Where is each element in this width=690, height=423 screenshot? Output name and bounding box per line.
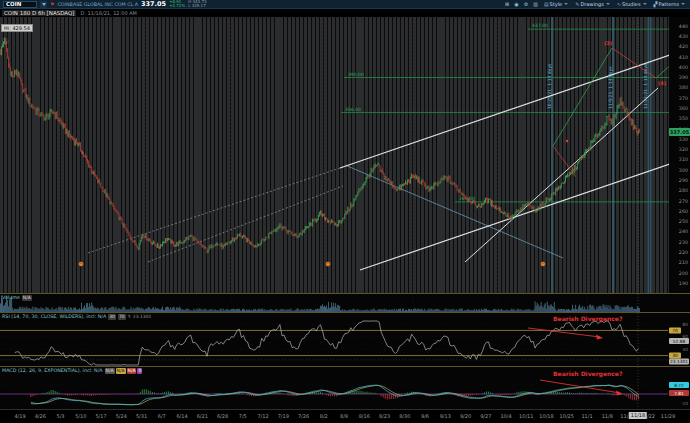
svg-text:300: 300 <box>679 168 688 173</box>
macd-axis: 10-108.727.81 <box>669 367 690 410</box>
volume-badge: N/A <box>22 295 32 301</box>
volume-svg <box>0 294 690 313</box>
svg-text:360: 360 <box>679 106 688 111</box>
symbol-dropdown-button[interactable] <box>40 1 47 8</box>
alert-flag-icon[interactable]: ⚑ <box>50 2 54 7</box>
caret-down-icon <box>681 3 685 5</box>
time-axis-label: 5/3 <box>56 413 64 419</box>
svg-text:440: 440 <box>679 24 688 29</box>
macd-badges: N/AN/AN/A0 <box>105 368 143 374</box>
time-axis-label: 6/14 <box>176 413 187 419</box>
svg-text:200: 200 <box>679 271 688 276</box>
time-axis-label: 9/20 <box>460 413 471 419</box>
chart-title[interactable]: COIN 180 D 6h [NASDAQ] <box>2 10 76 16</box>
rsi-title: RSI (14, 70, 30, CLOSE, WILDERS), incl: … <box>2 314 106 319</box>
symbol-input[interactable]: COIN <box>3 1 37 8</box>
svg-text:190: 190 <box>679 281 688 286</box>
rsi-panel[interactable]: RSI (14, 70, 30, CLOSE, WILDERS), incl: … <box>0 312 690 366</box>
time-axis-label: 8/16 <box>359 413 370 419</box>
time-axis-label: 5/24 <box>116 413 127 419</box>
drawings-button[interactable]: ✎ Drawings <box>573 1 612 7</box>
svg-text:230: 230 <box>679 240 688 245</box>
macd-header-badge: N/A <box>116 368 126 374</box>
style-icon: ▤ <box>544 1 549 7</box>
svg-text:7.81: 7.81 <box>674 391 684 396</box>
caret-down-icon <box>643 3 647 5</box>
volume-title: Volume <box>2 295 20 300</box>
time-axis-label: 9/13 <box>440 413 451 419</box>
month-gridlines <box>60 17 587 293</box>
svg-text:410: 410 <box>679 55 688 60</box>
event-markers <box>79 262 546 267</box>
support-resistance-levels: 437.00390.00356.00269.00 <box>341 23 669 202</box>
info-icon[interactable]: ⓘ <box>2 37 8 46</box>
macd-header-badge: N/A <box>105 368 115 374</box>
price-chart-area[interactable]: 10/25/21: 1-14 days11/9/21: 1-14 days11/… <box>0 17 690 293</box>
rsi-line <box>15 321 639 365</box>
time-axis-label: 8/23 <box>379 413 390 419</box>
time-axis-label: 11/1 <box>581 413 592 419</box>
layout-grid-icon[interactable]: ⊞ <box>504 1 510 7</box>
svg-text:240: 240 <box>679 229 688 234</box>
rsi-grid <box>0 324 668 360</box>
time-axis-label: 8/2 <box>320 413 328 419</box>
svg-text:11/9/21: 1-14 days: 11/9/21: 1-14 days <box>608 66 613 109</box>
trading-platform-window: COIN ⚑ COINBASE GLOBAL INC COM CL A 337.… <box>0 0 690 423</box>
svg-text:290: 290 <box>679 178 688 183</box>
time-annotation-lines: 10/25/21: 1-14 days11/9/21: 1-14 days11/… <box>547 17 652 293</box>
studies-button[interactable]: ∿ Studies <box>615 1 649 7</box>
macd-header-badge: N/A <box>127 368 137 374</box>
svg-text:390.00: 390.00 <box>348 72 364 77</box>
price-chart-svg[interactable]: 10/25/21: 1-14 days11/9/21: 1-14 days11/… <box>0 17 690 293</box>
macd-panel[interactable]: MACD (12, 26, 9, EXPONENTIAL), incl: N/A… <box>0 366 690 409</box>
svg-text:40: 40 <box>683 347 689 352</box>
svg-text:52.88: 52.88 <box>673 339 686 344</box>
svg-text:437.00: 437.00 <box>532 23 548 28</box>
note-label: Hi: 429.54 <box>1 24 33 32</box>
svg-text:280: 280 <box>679 188 688 193</box>
svg-text:400: 400 <box>679 65 688 70</box>
time-axis-label: 5/17 <box>95 413 106 419</box>
change-stack: +8.91 +2.72% <box>169 0 185 8</box>
svg-text:220: 220 <box>679 250 688 255</box>
time-axis-label: 6/21 <box>197 413 208 419</box>
volume-panel[interactable]: Volume N/A <box>0 293 690 312</box>
trend-lines <box>88 48 690 270</box>
style-button[interactable]: ▤ Style <box>542 1 570 7</box>
caret-down-icon <box>42 3 46 6</box>
patterns-icon: ▞ <box>654 1 658 7</box>
svg-text:80: 80 <box>683 322 689 327</box>
patterns-button[interactable]: ▞ Patterns <box>652 1 687 7</box>
macd-title: MACD (12, 26, 9, EXPONENTIAL), incl: N/A <box>2 368 103 373</box>
time-axis-label: 11/8 <box>602 413 613 419</box>
company-name: COINBASE GLOBAL INC COM CL A <box>57 2 138 7</box>
rsi-axis: 8060407052.883023.1301 <box>669 313 690 367</box>
account-icon[interactable]: ◉ <box>513 1 519 7</box>
svg-text:210: 210 <box>679 260 688 265</box>
svg-text:350: 350 <box>679 116 688 121</box>
time-axis: 11/18 4/194/265/35/105/175/245/316/76/14… <box>0 409 690 423</box>
time-axis-label: 10/18 <box>539 413 553 419</box>
time-axis-label: 6/28 <box>217 413 228 419</box>
time-axis-label: 8/30 <box>399 413 410 419</box>
svg-text:8.72: 8.72 <box>674 383 684 388</box>
svg-text:430: 430 <box>679 34 688 39</box>
hilo-stack: H 343.73 L 325.17 <box>188 0 206 8</box>
price-axis: 1902002102202302402502602702802903003103… <box>669 17 690 293</box>
time-axis-label: 7/26 <box>298 413 309 419</box>
time-axis-label: 10/11 <box>519 413 533 419</box>
volume-bars <box>1 294 690 313</box>
svg-text:420: 420 <box>679 44 688 49</box>
columns-icon[interactable]: ▥ <box>532 1 539 7</box>
caret-down-icon <box>606 3 610 5</box>
chart-header: COIN 180 D 6h [NASDAQ] D: 11/18/21, 12:0… <box>0 9 690 17</box>
time-axis-label: 9/27 <box>480 413 491 419</box>
svg-text:337.05: 337.05 <box>670 129 690 135</box>
time-axis-label: 10/4 <box>500 413 511 419</box>
svg-text:370: 370 <box>679 96 688 101</box>
svg-text:260: 260 <box>679 209 688 214</box>
svg-text:70: 70 <box>672 328 678 333</box>
svg-text:10/25/21: 1-14 days: 10/25/21: 1-14 days <box>547 63 552 109</box>
svg-text:390: 390 <box>679 75 688 80</box>
gear-icon[interactable]: ⚙ <box>523 1 529 7</box>
